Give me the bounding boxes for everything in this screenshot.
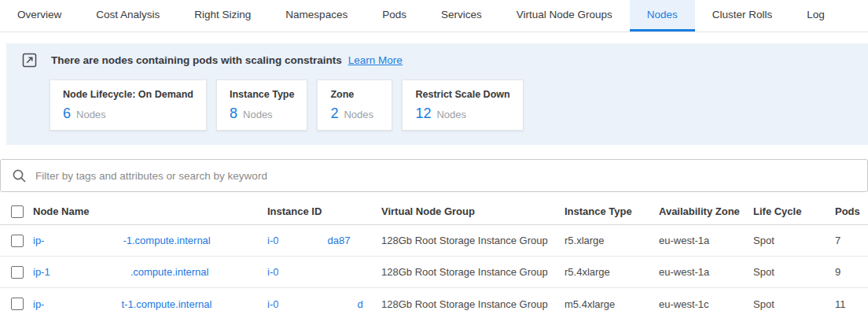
- tab-overview[interactable]: Overview: [0, 0, 79, 31]
- col-instance-id: Instance ID: [267, 205, 381, 217]
- scaling-constraints-banner: There are nodes containing pods with sca…: [6, 43, 868, 145]
- instance-id-link[interactable]: i-0: [267, 266, 381, 278]
- table-row: ip-t-1.compute.internal i-0d 128Gb Root …: [0, 288, 868, 318]
- table-header-row: Node Name Instance ID Virtual Node Group…: [0, 198, 868, 225]
- table-row: ip-1.compute.internal i-0 128Gb Root Sto…: [0, 257, 868, 288]
- learn-more-link[interactable]: Learn More: [348, 54, 403, 66]
- col-virtual-node-group: Virtual Node Group: [381, 205, 565, 217]
- tab-cost-analysis[interactable]: Cost Analysis: [79, 0, 177, 31]
- filter-search-box: [0, 159, 868, 192]
- col-node-name: Node Name: [33, 205, 267, 217]
- constraint-summary-cards: Node Lifecycle: On Demand 6 Nodes Instan…: [50, 80, 868, 131]
- tab-services[interactable]: Services: [424, 0, 499, 31]
- availability-zone-cell: eu-west-1a: [659, 235, 753, 246]
- select-all-checkbox[interactable]: [11, 205, 24, 218]
- col-pods: Pods: [835, 205, 868, 217]
- instance-type-cell: r5.xlarge: [565, 235, 659, 246]
- virtual-node-group-cell: 128Gb Root Storage Instance Group: [381, 235, 565, 246]
- card-restrict-scale-down[interactable]: Restrict Scale Down 12 Nodes: [402, 80, 523, 131]
- banner-message: There are nodes containing pods with sca…: [51, 54, 342, 66]
- card-value: 6: [63, 105, 71, 122]
- node-name-link[interactable]: ip-t-1.compute.internal: [33, 298, 267, 310]
- tab-pods[interactable]: Pods: [365, 0, 424, 31]
- card-title: Restrict Scale Down: [415, 89, 509, 100]
- col-availability-zone: Availability Zone: [659, 205, 753, 217]
- instance-type-cell: m5.4xlarge: [565, 298, 659, 310]
- row-checkbox[interactable]: [11, 298, 24, 310]
- pods-cell: 7: [835, 235, 868, 246]
- tab-right-sizing[interactable]: Right Sizing: [177, 0, 268, 31]
- row-checkbox[interactable]: [11, 266, 24, 279]
- card-value: 8: [230, 105, 237, 122]
- tab-nodes[interactable]: Nodes: [630, 0, 695, 31]
- availability-zone-cell: eu-west-1a: [659, 266, 753, 278]
- search-input[interactable]: [35, 170, 858, 182]
- table-row: ip--1.compute.internal i-0da87 128Gb Roo…: [0, 225, 868, 257]
- card-value: 2: [330, 105, 338, 122]
- cluster-tab-bar: Overview Cost Analysis Right Sizing Name…: [0, 0, 868, 32]
- node-name-link[interactable]: ip-1.compute.internal: [33, 266, 267, 278]
- card-unit: Nodes: [243, 109, 273, 120]
- col-instance-type: Instance Type: [565, 205, 659, 217]
- instance-id-link[interactable]: i-0d: [267, 298, 381, 310]
- card-title: Instance Type: [230, 89, 294, 100]
- pods-cell: 11: [835, 298, 868, 310]
- life-cycle-cell: Spot: [753, 298, 835, 310]
- card-unit: Nodes: [344, 109, 373, 120]
- pods-cell: 9: [835, 266, 868, 278]
- card-zone[interactable]: Zone 2 Nodes: [317, 80, 392, 131]
- tab-log[interactable]: Log: [789, 0, 842, 31]
- card-value: 12: [415, 105, 431, 122]
- card-node-lifecycle[interactable]: Node Lifecycle: On Demand 6 Nodes: [50, 80, 207, 131]
- search-icon: [12, 168, 27, 183]
- nodes-table: Node Name Instance ID Virtual Node Group…: [0, 198, 868, 318]
- card-instance-type[interactable]: Instance Type 8 Nodes: [216, 80, 307, 131]
- card-unit: Nodes: [76, 109, 106, 120]
- card-unit: Nodes: [436, 109, 466, 120]
- node-name-link[interactable]: ip--1.compute.internal: [33, 235, 267, 246]
- col-life-cycle: Life Cycle: [753, 205, 835, 217]
- scale-up-icon: [22, 53, 37, 68]
- virtual-node-group-cell: 128Gb Root Storage Instance Group: [381, 298, 565, 310]
- card-title: Zone: [330, 89, 379, 100]
- row-checkbox[interactable]: [11, 235, 24, 247]
- life-cycle-cell: Spot: [753, 235, 835, 246]
- instance-id-link[interactable]: i-0da87: [267, 235, 381, 246]
- virtual-node-group-cell: 128Gb Root Storage Instance Group: [381, 266, 565, 278]
- availability-zone-cell: eu-west-1c: [659, 298, 753, 310]
- tab-virtual-node-groups[interactable]: Virtual Node Groups: [499, 0, 630, 31]
- tab-cluster-rolls[interactable]: Cluster Rolls: [695, 0, 790, 31]
- card-title: Node Lifecycle: On Demand: [63, 89, 193, 100]
- tab-namespaces[interactable]: Namespaces: [268, 0, 365, 31]
- instance-type-cell: r5.4xlarge: [565, 266, 659, 278]
- life-cycle-cell: Spot: [753, 266, 835, 278]
